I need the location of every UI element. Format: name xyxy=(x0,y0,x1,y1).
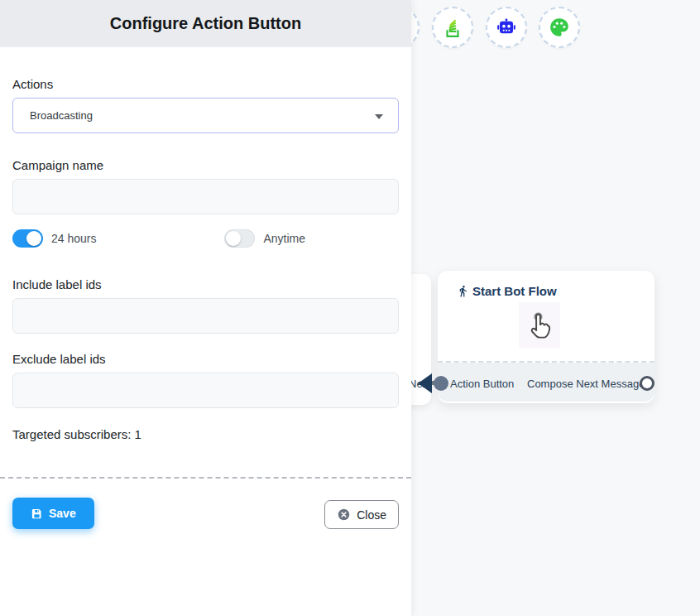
flow-node-title: Start Bot Flow xyxy=(472,284,557,298)
actions-select-value: Broadcasting xyxy=(30,109,93,122)
tap-cursor-icon xyxy=(519,302,560,348)
save-button-label: Save xyxy=(49,507,76,520)
port-label-action-button: Action Button xyxy=(450,378,514,390)
port-handle-action-button[interactable] xyxy=(434,376,448,391)
campaign-name-input[interactable] xyxy=(12,179,399,214)
exclude-label-ids-label: Exclude label ids xyxy=(12,352,399,366)
close-button-label: Close xyxy=(357,508,386,522)
close-button[interactable]: Close xyxy=(324,500,399,529)
configure-action-panel: Configure Action Button Actions Broadcas… xyxy=(0,0,411,616)
toolbar-button-bot[interactable] xyxy=(486,7,527,48)
exclude-label-ids-input[interactable] xyxy=(12,373,399,408)
panel-divider xyxy=(0,477,411,479)
palette-icon xyxy=(549,17,570,38)
toggle-anytime-label: Anytime xyxy=(263,232,305,245)
targeted-subscribers-text: Targeted subscribers: 1 xyxy=(12,427,399,441)
save-button[interactable]: Save xyxy=(12,498,94,529)
panel-header: Configure Action Button xyxy=(0,0,411,47)
close-circle-icon xyxy=(337,508,351,522)
panel-title: Configure Action Button xyxy=(110,14,301,33)
robot-icon xyxy=(496,17,517,38)
toolbar-button-theme[interactable] xyxy=(539,7,580,48)
campaign-name-label: Campaign name xyxy=(12,158,399,172)
edge-arrow-left-icon xyxy=(418,373,432,393)
port-label-compose-next-message: Compose Next Message xyxy=(527,378,645,390)
app-screen: Next Start Bot Flow Action Button Compos… xyxy=(0,0,700,616)
walking-person-icon xyxy=(457,284,469,298)
actions-select[interactable]: Broadcasting xyxy=(12,98,399,133)
save-disk-icon xyxy=(31,508,43,520)
toggle-24-hours-label: 24 hours xyxy=(51,232,96,245)
toggle-anytime[interactable] xyxy=(224,229,255,248)
toggle-24-hours[interactable] xyxy=(12,229,43,248)
include-label-ids-label: Include label ids xyxy=(12,277,399,291)
chevron-down-icon xyxy=(375,114,383,119)
actions-label: Actions xyxy=(12,77,399,91)
stack-icon xyxy=(442,17,463,38)
port-handle-compose-next-message[interactable] xyxy=(640,376,654,391)
toolbar-button-stack[interactable] xyxy=(432,7,473,48)
include-label-ids-input[interactable] xyxy=(12,298,399,334)
